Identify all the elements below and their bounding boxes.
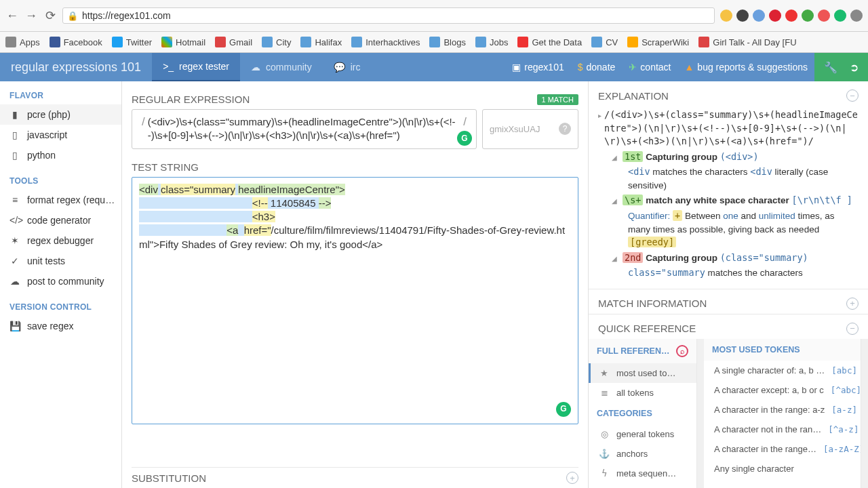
twitter-icon: ▣ bbox=[512, 62, 521, 73]
section-quickref-head: QUICK REFERENCE − bbox=[589, 314, 868, 339]
bookmark-item[interactable]: Hotmail bbox=[161, 37, 205, 47]
regex-input[interactable]: / (<div>)\s+(class="summary)\s+(headline… bbox=[132, 109, 477, 149]
forward-icon[interactable]: → bbox=[24, 9, 38, 22]
flags-placeholder: gmixXsuUAJ bbox=[490, 124, 540, 134]
sidebar-item-format[interactable]: ≡format regex (requ… bbox=[0, 190, 121, 210]
qr-token-item[interactable]: A character in the range: a-z[a-z] bbox=[704, 400, 861, 420]
brand-logo[interactable]: regular expressions 101 bbox=[0, 60, 152, 75]
bookmark-item[interactable]: Jobs bbox=[475, 37, 508, 47]
regex-row: / (<div>)\s+(class="summary)\s+(headline… bbox=[132, 109, 578, 149]
bookmark-item[interactable]: Blogs bbox=[429, 37, 466, 47]
bookmark-item[interactable]: CV bbox=[591, 37, 618, 47]
sidebar-item-unittests[interactable]: ✓unit tests bbox=[0, 251, 121, 271]
save-icon: 💾 bbox=[9, 321, 20, 331]
link-regex101-twitter[interactable]: ▣regex101 bbox=[505, 62, 570, 73]
bookmark-item[interactable]: Apps bbox=[5, 37, 40, 47]
tab-community[interactable]: ☁community bbox=[240, 53, 323, 81]
regex-flags-input[interactable]: gmixXsuUAJ ? bbox=[482, 109, 578, 149]
terminal-icon: >_ bbox=[163, 61, 174, 72]
anchor-icon: ⚓ bbox=[599, 449, 610, 459]
scrollbar[interactable] bbox=[697, 339, 704, 488]
sidebar-item-javascript[interactable]: ▯javascript bbox=[0, 125, 121, 145]
tab-regex-tester[interactable]: >_regex tester bbox=[152, 53, 240, 81]
qr-item-anchors[interactable]: ⚓anchors bbox=[589, 444, 696, 464]
sidebar-item-save[interactable]: 💾save regex bbox=[0, 316, 121, 336]
minus-icon[interactable]: − bbox=[846, 323, 859, 335]
bookmark-item[interactable]: City bbox=[262, 37, 291, 47]
bookmarks-bar: Apps Facebook Twitter Hotmail Gmail City… bbox=[0, 32, 868, 53]
search-icon[interactable]: ⌕ bbox=[676, 345, 688, 357]
regex-pattern-text: (<div>)\s+(class="summary)\s+(headlineIm… bbox=[148, 115, 461, 143]
regex-open-delim: / bbox=[139, 115, 148, 129]
bookmark-item[interactable]: Get the Data bbox=[517, 37, 582, 47]
grammarly-icon[interactable]: G bbox=[457, 131, 472, 146]
quickref-body: FULL REFEREN…⌕ ★most used to… ≣all token… bbox=[589, 339, 868, 488]
scrollbar[interactable] bbox=[861, 339, 868, 488]
file-icon: ▯ bbox=[9, 129, 20, 140]
sidebar-item-python[interactable]: ▯python bbox=[0, 145, 121, 165]
signin-icon[interactable]: ➲ bbox=[850, 61, 859, 74]
qr-token-item[interactable]: A character except: a, b or c[^abc] bbox=[704, 380, 861, 400]
tri-icon[interactable]: ▸ bbox=[598, 108, 601, 121]
minus-icon[interactable]: − bbox=[846, 89, 859, 102]
section-regex-head: REGULAR EXPRESSION 1 MATCH bbox=[132, 89, 578, 109]
file-icon: ▯ bbox=[9, 150, 20, 161]
dollar-icon: $ bbox=[578, 62, 583, 73]
bookmark-item[interactable]: ScraperWiki bbox=[627, 37, 689, 47]
sidebar: FLAVOR ▮pcre (php) ▯javascript ▯python T… bbox=[0, 81, 122, 488]
star-icon: ★ bbox=[599, 368, 610, 378]
help-icon[interactable]: ? bbox=[559, 123, 571, 135]
test-string-input[interactable]: <div class="summary headlineImageCentre"… bbox=[132, 177, 578, 424]
bookmark-item[interactable]: Twitter bbox=[112, 37, 152, 47]
tab-irc[interactable]: 💬irc bbox=[323, 53, 372, 81]
qr-left-header: FULL REFEREN…⌕ bbox=[589, 339, 696, 363]
section-substitution-head[interactable]: SUBSTITUTION + bbox=[132, 467, 578, 488]
plus-icon[interactable]: + bbox=[566, 472, 578, 484]
qr-token-item[interactable]: Any single character bbox=[704, 459, 861, 479]
section-matchinfo-head[interactable]: MATCH INFORMATION + bbox=[589, 289, 868, 314]
qr-token-item[interactable]: A character not in the ran…[^a-z] bbox=[704, 420, 861, 439]
browser-extensions bbox=[720, 9, 863, 22]
target-icon: ◎ bbox=[599, 429, 610, 439]
sidebar-item-codegen[interactable]: </>code generator bbox=[0, 210, 121, 230]
sidebar-item-pcre[interactable]: ▮pcre (php) bbox=[0, 104, 121, 125]
link-bugs[interactable]: ▲bug reports & suggestions bbox=[677, 62, 814, 73]
tri-icon[interactable]: ◢ bbox=[612, 194, 620, 207]
bookmark-item[interactable]: Facebook bbox=[50, 37, 102, 47]
wrench-icon[interactable]: 🔧 bbox=[824, 61, 837, 74]
grammarly-icon[interactable]: G bbox=[556, 402, 571, 417]
qr-token-item[interactable]: A single character of: a, b …[abc] bbox=[704, 361, 861, 380]
section-test-head: TEST STRING bbox=[132, 157, 578, 177]
qr-item-all-tokens[interactable]: ≣all tokens bbox=[589, 383, 696, 403]
top-actions: 🔧 ➲ bbox=[814, 53, 868, 81]
regex-close-delim: / bbox=[460, 115, 469, 129]
sidebar-item-debugger[interactable]: ✶regex debugger bbox=[0, 230, 121, 251]
bookmark-item[interactable]: Interhacktives bbox=[351, 37, 420, 47]
warning-icon: ▲ bbox=[684, 62, 694, 73]
link-contact[interactable]: ✈contact bbox=[622, 62, 677, 73]
stack-icon: ≣ bbox=[599, 388, 610, 398]
reload-icon[interactable]: ⟳ bbox=[43, 9, 57, 22]
qr-item-most-used[interactable]: ★most used to… bbox=[589, 363, 696, 383]
bookmark-item[interactable]: Gmail bbox=[215, 37, 252, 47]
qr-item-general[interactable]: ◎general tokens bbox=[589, 424, 696, 444]
qr-item-meta[interactable]: ϟmeta sequen… bbox=[589, 464, 696, 483]
tri-icon[interactable]: ◢ bbox=[612, 150, 620, 163]
plus-icon[interactable]: + bbox=[846, 298, 859, 310]
sidebar-item-post[interactable]: ☁post to community bbox=[0, 271, 121, 291]
code-icon: </> bbox=[9, 215, 20, 226]
bookmark-item[interactable]: Girl Talk - All Day [FU bbox=[698, 37, 796, 47]
url-bar[interactable]: 🔒 https://regex101.com bbox=[62, 7, 715, 24]
bookmark-item[interactable]: Halifax bbox=[300, 37, 342, 47]
tri-icon[interactable]: ◢ bbox=[612, 251, 620, 264]
link-donate[interactable]: $donate bbox=[571, 62, 623, 73]
qr-cat-header: CATEGORIES bbox=[589, 403, 696, 424]
section-explain-head: EXPLANATION − bbox=[589, 81, 868, 106]
qr-right-header: MOST USED TOKENS bbox=[704, 339, 861, 361]
cloud-icon: ☁ bbox=[9, 276, 20, 287]
main-layout: FLAVOR ▮pcre (php) ▯javascript ▯python T… bbox=[0, 81, 868, 488]
qr-token-item[interactable]: A character in the range…[a-zA-Z] bbox=[704, 439, 861, 459]
lock-icon: 🔒 bbox=[67, 11, 78, 21]
bolt-icon: ϟ bbox=[599, 468, 610, 479]
back-icon[interactable]: ← bbox=[5, 9, 19, 22]
